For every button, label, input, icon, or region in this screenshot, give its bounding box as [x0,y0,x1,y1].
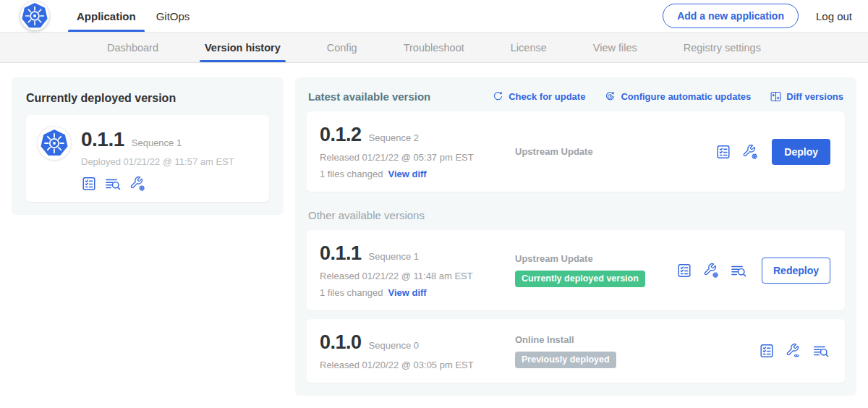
version-number: 0.1.1 [320,242,362,265]
deployed-timestamp: Deployed 01/21/22 @ 11:57 am EST [81,156,234,167]
redeploy-button[interactable]: Redeploy [762,258,830,284]
check-for-update-link[interactable]: Check for update [492,90,585,103]
subnav-version-history[interactable]: Version history [203,33,283,62]
main-content: Currently deployed version 0.1.1 Sequenc… [0,63,868,408]
release-notes-icon[interactable] [81,176,97,192]
version-row-0-1-2: 0.1.2 Sequence 2 Released 01/21/22 @ 05:… [307,111,845,192]
schedule-update-icon [604,90,616,103]
tab-application-label: Application [77,10,136,22]
configure-automatic-updates-label: Configure automatic updates [621,91,751,102]
version-number: 0.1.2 [320,124,362,146]
release-notes-icon[interactable] [715,144,731,160]
currently-deployed-title: Currently deployed version [26,92,269,105]
deploy-logs-icon[interactable] [104,176,122,192]
kubernetes-logo [20,1,49,30]
check-for-update-label: Check for update [509,91,585,102]
released-timestamp: Released 01/20/22 @ 03:05 pm EST [320,360,506,370]
refresh-icon [492,90,504,103]
subnav-dashboard[interactable]: Dashboard [105,33,161,62]
currently-deployed-version-card: 0.1.1 Sequence 1 Deployed 01/21/22 @ 11:… [26,115,269,202]
add-application-button[interactable]: Add a new application [663,4,799,28]
deploy-logs-icon[interactable] [812,343,830,359]
version-source-label: Upstream Update [515,146,715,157]
subnav-view-files[interactable]: View files [591,33,639,62]
release-notes-icon[interactable] [759,343,775,359]
tab-gitops[interactable]: GitOps [146,0,200,32]
deploy-button[interactable]: Deploy [772,139,830,165]
version-row-0-1-1: 0.1.1 Sequence 1 Released 01/21/22 @ 11:… [307,230,845,310]
subnav-config[interactable]: Config [325,33,359,62]
files-changed-label: 1 files changed [320,169,383,179]
latest-available-title: Latest available version [308,90,430,103]
subnav-registry-settings[interactable]: Registry settings [681,33,763,62]
configure-automatic-updates-link[interactable]: Configure automatic updates [604,90,751,103]
version-number: 0.1.0 [320,331,362,354]
files-changed-label: 1 files changed [320,287,383,298]
app-subnav: Dashboard Version history Config Trouble… [0,33,868,63]
currently-deployed-card: Currently deployed version 0.1.1 Sequenc… [12,77,284,215]
view-diff-link[interactable]: View diff [388,287,426,298]
previously-deployed-badge: Previously deployed [515,352,616,368]
released-timestamp: Released 01/21/22 @ 05:37 pm EST [320,152,506,163]
app-logo [38,127,71,160]
topbar-actions: Add a new application Log out [663,4,852,28]
tab-application[interactable]: Application [67,0,146,32]
diff-versions-icon [770,90,782,103]
other-available-title: Other available versions [308,209,843,221]
release-notes-icon[interactable] [676,263,692,279]
top-bar: Application GitOps Add a new application… [0,0,868,33]
edit-config-icon[interactable] [742,144,758,160]
top-nav: Application GitOps [67,0,200,32]
deploy-logs-icon[interactable] [730,263,748,279]
current-version-number: 0.1.1 [81,128,124,151]
edit-config-icon[interactable] [129,176,145,192]
version-history-panel: Latest available version Check for updat… [295,77,856,396]
logout-button[interactable]: Log out [816,10,852,22]
version-source-label: Online Install [515,334,759,345]
subnav-troubleshoot[interactable]: Troubleshoot [401,33,467,62]
version-source-label: Upstream Update [515,253,676,264]
current-sequence-label: Sequence 1 [132,137,182,148]
sequence-label: Sequence 0 [369,340,419,351]
panel-actions: Check for update Configure automatic upd… [492,90,843,103]
view-diff-link[interactable]: View diff [388,169,426,179]
diff-versions-link[interactable]: Diff versions [770,90,843,103]
edit-config-icon[interactable] [703,263,719,279]
sequence-label: Sequence 1 [369,251,419,262]
tab-gitops-label: GitOps [156,10,190,22]
diff-versions-label: Diff versions [786,91,843,102]
released-timestamp: Released 01/21/22 @ 11:48 am EST [320,271,506,281]
sequence-label: Sequence 2 [369,132,419,143]
view-config-icon[interactable] [786,343,801,359]
version-row-0-1-0: 0.1.0 Sequence 0 Released 01/20/22 @ 03:… [307,319,845,383]
subnav-license[interactable]: License [509,33,549,62]
currently-deployed-badge: Currently deployed version [515,271,645,287]
